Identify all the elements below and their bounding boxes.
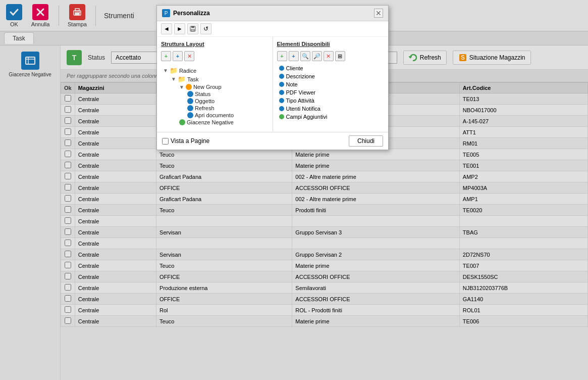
elem-item[interactable]: Tipo Attività <box>277 97 385 105</box>
chiudi-button[interactable]: Chiudi <box>349 135 383 147</box>
modal-close-button[interactable]: ✕ <box>374 9 383 18</box>
elem-label: Descrizione <box>286 73 315 79</box>
elem-item[interactable]: Campi Aggiuntivi <box>277 113 385 121</box>
tree-item-radice[interactable]: ▼ 📁 Radice <box>163 66 266 75</box>
tree-item-task[interactable]: ▼ 📁 Task <box>171 75 266 83</box>
dot-icon <box>279 66 284 71</box>
tree-item-status[interactable]: Status <box>187 90 266 98</box>
elem-label: Cliente <box>286 65 303 71</box>
blue-node-icon <box>187 98 193 104</box>
elem-add-button[interactable]: + <box>277 51 287 61</box>
blue-node-icon <box>187 91 193 97</box>
elem-label: Campi Aggiuntivi <box>286 114 328 120</box>
dot-icon <box>279 106 284 111</box>
elem-search2-button[interactable]: 🔎 <box>312 51 322 61</box>
tree-delete-button[interactable]: ✕ <box>184 51 194 61</box>
elem-item[interactable]: PDF Viewer <box>277 88 385 97</box>
tree-item-new-group[interactable]: ▼ New Group <box>179 83 266 90</box>
elem-item[interactable]: Note <box>277 80 385 88</box>
tree-item-oggetto[interactable]: Oggetto <box>187 98 266 105</box>
folder-icon: 📁 <box>170 67 178 74</box>
green-node-icon <box>179 119 185 125</box>
dot-icon <box>279 98 284 103</box>
modal-overlay: P Personalizza ✕ ◄ ► ↺ Struttura Layout … <box>0 0 588 380</box>
tree-item-giacenze-negative[interactable]: Giacenze Negative <box>179 119 266 126</box>
elem-grid-button[interactable]: ⊞ <box>335 51 345 61</box>
dot-icon <box>279 114 284 119</box>
tree-item-refresh[interactable]: Refresh <box>187 105 266 112</box>
elem-label: Utenti Notifica <box>286 106 320 112</box>
elem-item[interactable]: Utenti Notifica <box>277 105 385 113</box>
elem-add2-button[interactable]: + <box>289 51 299 61</box>
struttura-layout-panel: Struttura Layout + + ✕ ▼ 📁 Radice ▼ <box>157 37 273 132</box>
modal-redo-button[interactable]: ► <box>174 23 185 34</box>
modal-footer: Vista a Pagine Chiudi <box>157 132 388 150</box>
modal-undo-button[interactable]: ◄ <box>161 23 172 34</box>
modal-reset-button[interactable]: ↺ <box>200 23 211 34</box>
tree-item-apri-documento[interactable]: Apri documento <box>187 112 266 119</box>
modal-toolbar: ◄ ► ↺ <box>157 21 388 37</box>
elem-item[interactable]: Descrizione <box>277 72 385 80</box>
elem-label: Tipo Attività <box>286 98 314 104</box>
folder-icon: 📁 <box>178 75 186 83</box>
orange-node-icon <box>186 84 192 90</box>
svg-rect-13 <box>191 29 194 31</box>
tree-add-green-button[interactable]: + <box>161 51 171 61</box>
elem-delete-button[interactable]: ✕ <box>324 51 334 61</box>
elem-search-button[interactable]: 🔍 <box>300 51 310 61</box>
dot-icon <box>279 82 284 87</box>
elem-item[interactable]: Cliente <box>277 64 385 72</box>
tree: ▼ 📁 Radice ▼ 📁 Task ▼ <box>161 64 269 128</box>
struttura-layout-title: Struttura Layout <box>161 41 269 47</box>
personalizza-modal: P Personalizza ✕ ◄ ► ↺ Struttura Layout … <box>156 5 389 150</box>
vista-checkbox-input[interactable] <box>162 138 169 145</box>
vista-checkbox-label[interactable]: Vista a Pagine <box>162 137 209 145</box>
modal-body: Struttura Layout + + ✕ ▼ 📁 Radice ▼ <box>157 37 388 132</box>
modal-header: P Personalizza ✕ <box>157 6 388 21</box>
blue-node-icon <box>187 112 193 118</box>
tree-add-blue-button[interactable]: + <box>173 51 183 61</box>
elem-label: PDF Viewer <box>286 89 315 96</box>
elementi-toolbar: + + 🔍 🔎 ✕ ⊞ <box>277 51 385 61</box>
tree-toolbar: + + ✕ <box>161 51 269 61</box>
elementi-disponibili-panel: Elementi Disponibili + + 🔍 🔎 ✕ ⊞ Cliente… <box>273 37 389 132</box>
dot-icon <box>279 90 284 95</box>
elem-label: Note <box>286 81 298 87</box>
blue-node-icon <box>187 105 193 111</box>
modal-title: Personalizza <box>173 10 210 17</box>
elementi-list: ClienteDescrizioneNotePDF ViewerTipo Att… <box>277 64 385 121</box>
dot-icon <box>279 74 284 79</box>
modal-icon: P <box>162 9 170 17</box>
elementi-disponibili-title: Elementi Disponibili <box>277 41 385 47</box>
svg-rect-12 <box>191 26 194 28</box>
modal-save-button[interactable] <box>187 23 198 34</box>
